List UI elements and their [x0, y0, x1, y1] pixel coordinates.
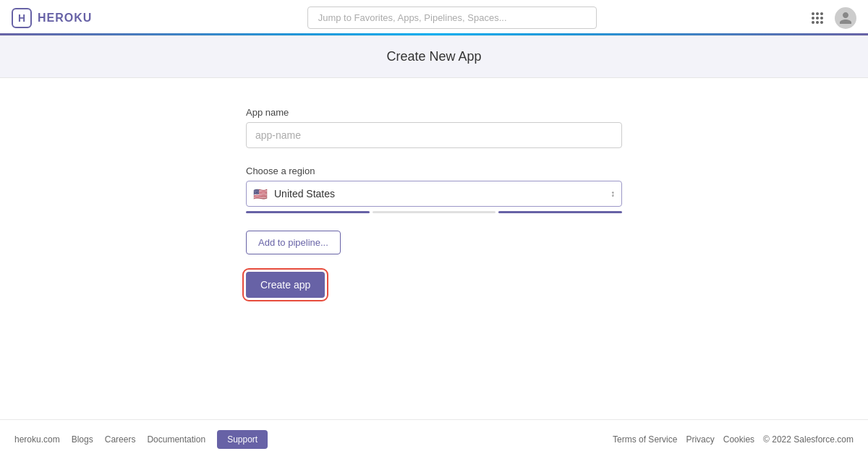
- progress-segment-3: [498, 211, 622, 213]
- main-content: App name Choose a region 🇺🇸 United State…: [0, 78, 868, 419]
- footer-copyright: © 2022 Salesforce.com: [763, 434, 854, 445]
- navbar: H HEROKU: [0, 0, 868, 36]
- logo-letter: H: [18, 12, 25, 24]
- logo-text: HEROKU: [38, 12, 92, 25]
- progress-segment-2: [373, 211, 496, 213]
- create-app-button[interactable]: Create app: [246, 272, 325, 298]
- region-select-wrapper: 🇺🇸 United States Europe ↕: [246, 181, 622, 207]
- footer: heroku.com Blogs Careers Documentation S…: [0, 419, 868, 459]
- footer-link-privacy[interactable]: Privacy: [686, 434, 714, 445]
- footer-right: Terms of Service Privacy Cookies © 2022 …: [613, 434, 854, 445]
- footer-link-careers[interactable]: Careers: [105, 434, 136, 445]
- pipeline-group: Add to pipeline...: [246, 231, 622, 272]
- footer-left: heroku.com Blogs Careers Documentation S…: [14, 430, 268, 449]
- page-title: Create New App: [0, 49, 868, 64]
- user-icon: [838, 11, 853, 25]
- footer-link-documentation[interactable]: Documentation: [147, 434, 205, 445]
- app-name-label: App name: [246, 107, 622, 118]
- logo-icon: H: [12, 8, 32, 28]
- grid-icon[interactable]: [812, 12, 823, 24]
- form-container: App name Choose a region 🇺🇸 United State…: [246, 107, 622, 390]
- avatar[interactable]: [835, 7, 856, 29]
- footer-link-blogs[interactable]: Blogs: [72, 434, 93, 445]
- app-name-group: App name: [246, 107, 622, 148]
- region-group: Choose a region 🇺🇸 United States Europe …: [246, 166, 622, 213]
- footer-link-cookies[interactable]: Cookies: [723, 434, 754, 445]
- heroku-logo[interactable]: H HEROKU: [12, 8, 92, 28]
- progress-bar: [246, 211, 622, 213]
- search-container: [307, 7, 597, 29]
- region-label: Choose a region: [246, 166, 622, 176]
- navbar-right: [812, 7, 856, 29]
- region-select[interactable]: United States Europe: [246, 181, 622, 207]
- footer-link-heroku[interactable]: heroku.com: [14, 434, 60, 445]
- support-button[interactable]: Support: [217, 430, 268, 449]
- create-app-group: Create app: [246, 272, 622, 298]
- add-to-pipeline-button[interactable]: Add to pipeline...: [246, 231, 341, 254]
- footer-link-tos[interactable]: Terms of Service: [613, 434, 677, 445]
- search-input[interactable]: [307, 7, 597, 29]
- page-header: Create New App: [0, 36, 868, 78]
- app-name-input[interactable]: [246, 122, 622, 148]
- progress-segment-1: [246, 211, 370, 213]
